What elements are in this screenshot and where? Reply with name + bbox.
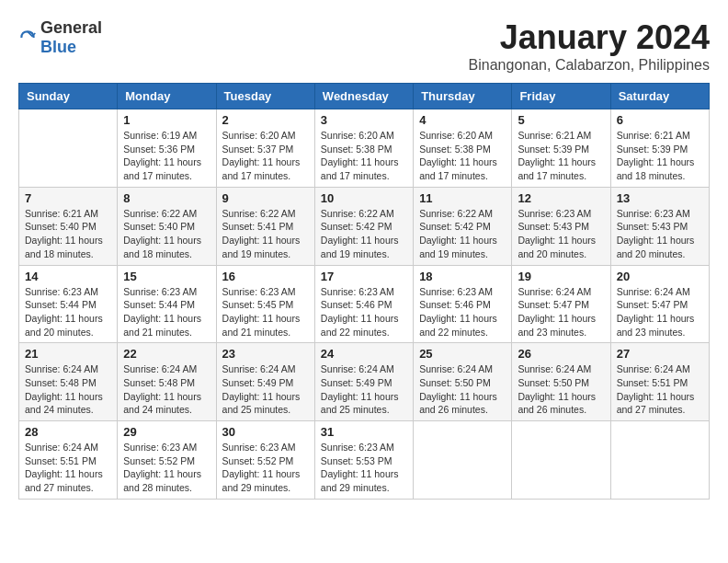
weekday-header-sunday: Sunday <box>19 84 118 109</box>
day-info: Sunrise: 6:20 AMSunset: 5:38 PMDaylight:… <box>321 129 407 183</box>
day-info: Sunrise: 6:23 AMSunset: 5:45 PMDaylight:… <box>222 285 309 339</box>
day-number: 18 <box>419 270 506 283</box>
day-number: 7 <box>25 191 111 205</box>
day-number: 12 <box>518 191 604 205</box>
calendar-cell: 26Sunrise: 6:24 AMSunset: 5:50 PMDayligh… <box>512 343 610 421</box>
day-info: Sunrise: 6:22 AMSunset: 5:42 PMDaylight:… <box>321 207 407 261</box>
day-info: Sunrise: 6:23 AMSunset: 5:52 PMDaylight:… <box>222 441 309 495</box>
logo-text: General Blue <box>40 18 102 57</box>
day-number: 29 <box>123 425 210 439</box>
day-info: Sunrise: 6:24 AMSunset: 5:50 PMDaylight:… <box>518 362 604 417</box>
day-number: 2 <box>222 113 309 127</box>
calendar-cell: 25Sunrise: 6:24 AMSunset: 5:50 PMDayligh… <box>414 343 512 421</box>
calendar-cell: 8Sunrise: 6:22 AMSunset: 5:40 PMDaylight… <box>118 187 216 265</box>
calendar-cell: 31Sunrise: 6:23 AMSunset: 5:53 PMDayligh… <box>314 421 413 500</box>
day-info: Sunrise: 6:24 AMSunset: 5:51 PMDaylight:… <box>617 362 703 417</box>
weekday-header-wednesday: Wednesday <box>314 84 413 109</box>
calendar-cell: 9Sunrise: 6:22 AMSunset: 5:41 PMDaylight… <box>216 187 314 265</box>
calendar-header: SundayMondayTuesdayWednesdayThursdayFrid… <box>19 84 710 109</box>
calendar-cell: 1Sunrise: 6:19 AMSunset: 5:36 PMDaylight… <box>118 109 216 188</box>
day-info: Sunrise: 6:21 AMSunset: 5:39 PMDaylight:… <box>617 129 703 183</box>
logo: General Blue <box>18 18 102 57</box>
calendar-cell: 7Sunrise: 6:21 AMSunset: 5:40 PMDaylight… <box>19 187 118 265</box>
day-number: 19 <box>518 270 604 283</box>
day-info: Sunrise: 6:24 AMSunset: 5:47 PMDaylight:… <box>617 285 703 339</box>
day-info: Sunrise: 6:24 AMSunset: 5:48 PMDaylight:… <box>25 362 111 417</box>
day-number: 30 <box>222 425 309 439</box>
calendar-cell: 23Sunrise: 6:24 AMSunset: 5:49 PMDayligh… <box>216 343 314 421</box>
calendar-cell: 29Sunrise: 6:23 AMSunset: 5:52 PMDayligh… <box>118 421 216 500</box>
day-number: 10 <box>321 191 407 205</box>
calendar-cell: 4Sunrise: 6:20 AMSunset: 5:38 PMDaylight… <box>414 109 512 188</box>
day-info: Sunrise: 6:23 AMSunset: 5:44 PMDaylight:… <box>25 285 111 339</box>
calendar-cell: 27Sunrise: 6:24 AMSunset: 5:51 PMDayligh… <box>610 343 709 421</box>
day-info: Sunrise: 6:23 AMSunset: 5:43 PMDaylight:… <box>617 207 703 261</box>
calendar-cell: 13Sunrise: 6:23 AMSunset: 5:43 PMDayligh… <box>610 187 709 265</box>
day-number: 1 <box>123 113 210 127</box>
day-number: 11 <box>419 191 506 205</box>
calendar-body: 1Sunrise: 6:19 AMSunset: 5:36 PMDaylight… <box>19 109 710 500</box>
calendar-week-4: 21Sunrise: 6:24 AMSunset: 5:48 PMDayligh… <box>19 343 710 421</box>
day-info: Sunrise: 6:23 AMSunset: 5:52 PMDaylight:… <box>123 441 210 495</box>
day-number: 13 <box>617 191 703 205</box>
day-info: Sunrise: 6:21 AMSunset: 5:39 PMDaylight:… <box>518 129 604 183</box>
day-info: Sunrise: 6:20 AMSunset: 5:38 PMDaylight:… <box>419 129 506 183</box>
day-info: Sunrise: 6:22 AMSunset: 5:42 PMDaylight:… <box>419 207 506 261</box>
day-number: 3 <box>321 113 407 127</box>
day-number: 24 <box>321 347 407 361</box>
day-number: 21 <box>25 347 111 361</box>
weekday-header-thursday: Thursday <box>414 84 512 109</box>
day-info: Sunrise: 6:24 AMSunset: 5:47 PMDaylight:… <box>518 285 604 339</box>
day-number: 8 <box>123 191 210 205</box>
day-number: 9 <box>222 191 309 205</box>
day-info: Sunrise: 6:19 AMSunset: 5:36 PMDaylight:… <box>123 129 210 183</box>
weekday-header-tuesday: Tuesday <box>216 84 314 109</box>
calendar-cell <box>610 421 709 500</box>
location-title: Binangonan, Calabarzon, Philippines <box>469 57 710 74</box>
day-info: Sunrise: 6:23 AMSunset: 5:43 PMDaylight:… <box>518 207 604 261</box>
day-number: 20 <box>617 270 703 283</box>
day-number: 15 <box>123 270 210 283</box>
day-number: 31 <box>321 425 407 439</box>
calendar-cell: 12Sunrise: 6:23 AMSunset: 5:43 PMDayligh… <box>512 187 610 265</box>
calendar-cell: 6Sunrise: 6:21 AMSunset: 5:39 PMDaylight… <box>610 109 709 188</box>
day-info: Sunrise: 6:20 AMSunset: 5:37 PMDaylight:… <box>222 129 309 183</box>
calendar-week-3: 14Sunrise: 6:23 AMSunset: 5:44 PMDayligh… <box>19 265 710 343</box>
calendar-cell: 5Sunrise: 6:21 AMSunset: 5:39 PMDaylight… <box>512 109 610 188</box>
logo-general: General <box>40 18 102 37</box>
day-number: 14 <box>25 270 111 283</box>
day-info: Sunrise: 6:23 AMSunset: 5:53 PMDaylight:… <box>321 441 407 495</box>
calendar-cell: 30Sunrise: 6:23 AMSunset: 5:52 PMDayligh… <box>216 421 314 500</box>
calendar-cell: 19Sunrise: 6:24 AMSunset: 5:47 PMDayligh… <box>512 265 610 343</box>
calendar-cell: 20Sunrise: 6:24 AMSunset: 5:47 PMDayligh… <box>610 265 709 343</box>
calendar-week-1: 1Sunrise: 6:19 AMSunset: 5:36 PMDaylight… <box>19 109 710 188</box>
day-info: Sunrise: 6:21 AMSunset: 5:40 PMDaylight:… <box>25 207 111 261</box>
calendar-cell: 10Sunrise: 6:22 AMSunset: 5:42 PMDayligh… <box>314 187 413 265</box>
calendar-cell: 16Sunrise: 6:23 AMSunset: 5:45 PMDayligh… <box>216 265 314 343</box>
weekday-header-friday: Friday <box>512 84 610 109</box>
page-header: General Blue January 2024 Binangonan, Ca… <box>18 18 710 74</box>
day-info: Sunrise: 6:22 AMSunset: 5:41 PMDaylight:… <box>222 207 309 261</box>
day-number: 27 <box>617 347 703 361</box>
calendar-cell <box>414 421 512 500</box>
calendar-cell: 2Sunrise: 6:20 AMSunset: 5:37 PMDaylight… <box>216 109 314 188</box>
day-number: 26 <box>518 347 604 361</box>
day-number: 25 <box>419 347 506 361</box>
day-number: 5 <box>518 113 604 127</box>
calendar-cell: 18Sunrise: 6:23 AMSunset: 5:46 PMDayligh… <box>414 265 512 343</box>
calendar-cell: 17Sunrise: 6:23 AMSunset: 5:46 PMDayligh… <box>314 265 413 343</box>
day-number: 28 <box>25 425 111 439</box>
title-block: January 2024 Binangonan, Calabarzon, Phi… <box>469 18 710 74</box>
calendar-cell: 21Sunrise: 6:24 AMSunset: 5:48 PMDayligh… <box>19 343 118 421</box>
day-info: Sunrise: 6:23 AMSunset: 5:44 PMDaylight:… <box>123 285 210 339</box>
weekday-header-monday: Monday <box>118 84 216 109</box>
day-info: Sunrise: 6:24 AMSunset: 5:49 PMDaylight:… <box>222 362 309 417</box>
month-title: January 2024 <box>469 18 710 57</box>
logo-icon <box>18 29 37 47</box>
logo-blue: Blue <box>40 38 76 56</box>
calendar-table: SundayMondayTuesdayWednesdayThursdayFrid… <box>18 83 710 500</box>
calendar-cell: 28Sunrise: 6:24 AMSunset: 5:51 PMDayligh… <box>19 421 118 500</box>
calendar-cell <box>512 421 610 500</box>
calendar-week-5: 28Sunrise: 6:24 AMSunset: 5:51 PMDayligh… <box>19 421 710 500</box>
calendar-cell: 3Sunrise: 6:20 AMSunset: 5:38 PMDaylight… <box>314 109 413 188</box>
